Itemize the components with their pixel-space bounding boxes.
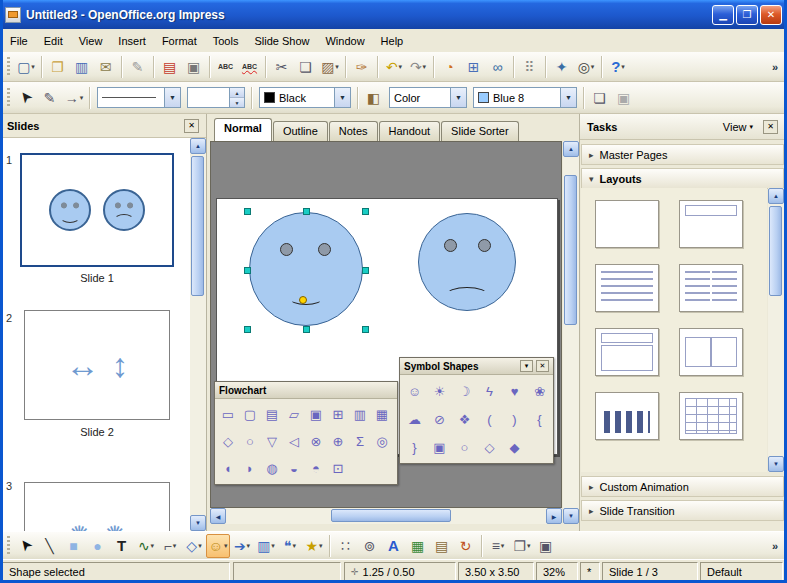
flowchart-shape-button[interactable]: ▤ [261,401,283,428]
stars-tool[interactable]: ★▾ [302,534,326,558]
line-width-value[interactable] [188,88,229,107]
spin-up-button[interactable]: ▲ [230,88,244,98]
line-width-spinner[interactable]: ▲ ▼ [187,87,245,108]
flowchart-shape-button[interactable]: Σ [349,428,371,455]
toolbar-separator[interactable] [153,56,155,78]
resize-handle-n[interactable] [303,208,310,215]
resize-handle-s[interactable] [303,326,310,333]
slide-thumbnail-1[interactable] [20,153,174,267]
layout-thumbnail[interactable] [679,264,743,312]
flowchart-palette-title[interactable]: Flowchart [215,382,397,399]
layout-thumbnail[interactable] [595,200,659,248]
slide-thumbnail-2[interactable]: ↔ ↕ [24,310,170,420]
print-button[interactable]: ▣ [182,55,206,79]
flowchart-shape-button[interactable]: ▽ [261,428,283,455]
chevron-down-icon[interactable]: ▼ [450,88,466,107]
symbol-shape-button[interactable]: ( [477,405,502,433]
status-style[interactable]: Default [700,562,783,581]
extrusion-button[interactable]: ▣ [612,86,636,110]
resize-handle-sw[interactable] [244,326,251,333]
flowchart-shape-button[interactable]: ◍ [261,455,283,482]
maximize-button[interactable]: ❐ [736,5,758,25]
new-document-button[interactable]: ▢▾ [14,55,38,79]
points-tool[interactable]: ∷ [334,534,358,558]
toolbar-separator[interactable] [513,56,515,78]
toolbar-separator[interactable] [545,56,547,78]
resize-handle-nw[interactable] [244,208,251,215]
hyperlink-button[interactable]: ∞ [486,55,510,79]
resize-handle-ne[interactable] [362,208,369,215]
symbol-shape-button[interactable]: ☀ [427,377,452,405]
close-icon[interactable]: ✕ [184,119,199,133]
ellipse-tool[interactable]: ● [86,534,110,558]
insert-chart-button[interactable]: ◔ [438,55,462,79]
resize-handle-w[interactable] [244,267,251,274]
connector-tool[interactable]: ⌐▾ [158,534,182,558]
symbol-shapes-palette-title[interactable]: Symbol Shapes ▾ ✕ [400,358,553,375]
symbol-shape-button[interactable]: ) [502,405,527,433]
text-tool[interactable]: T [110,534,134,558]
tab-slide-sorter[interactable]: Slide Sorter [441,121,518,141]
basic-shapes-tool[interactable]: ◇▾ [182,534,206,558]
toolbar-separator[interactable] [265,56,267,78]
toolbar-separator[interactable] [121,56,123,78]
arrange-button[interactable]: ❐▾ [510,534,534,558]
arrow-style-button[interactable]: →▾ [62,86,86,110]
scroll-left-button[interactable]: ◀ [210,508,226,524]
autospellcheck-button[interactable]: ABC [238,55,262,79]
flowchart-shape-button[interactable]: ⊡ [327,455,349,482]
email-button[interactable]: ✉ [94,55,118,79]
chevron-down-icon[interactable]: ▼ [164,88,180,107]
menu-item[interactable]: File [2,31,36,51]
flowchart-shape-button[interactable]: ▢ [239,401,261,428]
scrollbar-thumb[interactable] [331,509,451,522]
symbol-shape-button[interactable]: ☁ [402,405,427,433]
close-icon[interactable]: ✕ [763,120,778,134]
tab-notes[interactable]: Notes [329,121,378,141]
toolbar-separator[interactable] [601,56,603,78]
layout-thumbnail[interactable] [595,328,659,376]
toolbar-overflow-button[interactable]: » [766,540,784,552]
scroll-down-button[interactable]: ▼ [768,456,784,472]
flowchart-shape-button[interactable]: ⊕ [327,428,349,455]
flowchart-shape-button[interactable]: ⊞ [327,401,349,428]
fontwork-button[interactable]: A [382,534,406,558]
edit-file-button[interactable]: ✎ [126,55,150,79]
layout-thumbnail[interactable] [679,200,743,248]
symbol-shape-button[interactable]: ◇ [477,433,502,461]
layout-thumbnail[interactable] [679,392,743,440]
line-style-combo[interactable]: ▼ [97,87,181,108]
insert-table-button[interactable]: ⊞ [462,55,486,79]
menu-item[interactable]: Tools [205,31,247,51]
edit-points-button[interactable]: ➤ [14,86,38,110]
cut-button[interactable]: ✂ [270,55,294,79]
paste-button[interactable]: ▨▾ [318,55,342,79]
toolbar-overflow-button[interactable]: » [766,61,784,73]
symbol-shape-button[interactable]: ♥ [502,377,527,405]
help-button[interactable]: ?▾ [606,55,630,79]
resize-handle-se[interactable] [362,326,369,333]
flowchart-shape-button[interactable]: ◓ [305,455,327,482]
gallery-button[interactable]: ▤ [430,534,454,558]
callouts-tool[interactable]: ❝▾ [278,534,302,558]
toolbar-grip[interactable] [7,57,10,77]
toolbar-separator[interactable] [377,56,379,78]
tab-handout[interactable]: Handout [379,121,441,141]
symbol-shape-button[interactable]: ☺ [402,377,427,405]
chevron-down-icon[interactable]: ▾ [520,360,533,372]
section-master-pages[interactable]: ▸ Master Pages [581,144,784,165]
section-layouts[interactable]: ▾ Layouts [581,168,784,189]
layout-thumbnail[interactable] [595,264,659,312]
close-button[interactable]: ✕ [760,5,782,25]
scroll-up-button[interactable]: ▲ [563,141,579,157]
menu-item[interactable]: Help [373,31,412,51]
flowchart-shape-button[interactable]: ▦ [371,401,393,428]
rotate-button[interactable]: ↻ [454,534,478,558]
toolbar-separator[interactable] [481,535,483,557]
flowchart-shape-button[interactable]: ◎ [371,428,393,455]
flowchart-shape-button[interactable]: ▥ [349,401,371,428]
scroll-up-button[interactable]: ▲ [768,188,784,204]
display-grid-button[interactable]: ⠿ [518,55,542,79]
toolbar-separator[interactable] [433,56,435,78]
curve-tool[interactable]: ∿▾ [134,534,158,558]
